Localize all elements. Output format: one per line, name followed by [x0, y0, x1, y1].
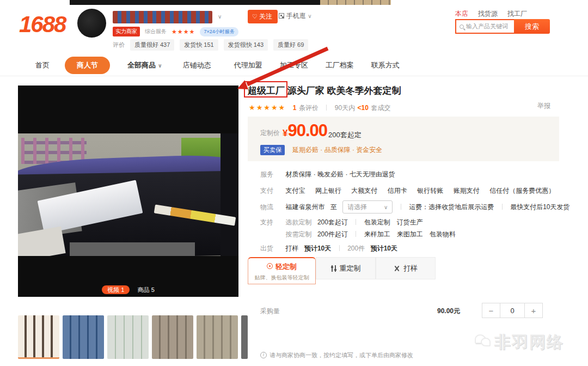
review-row: ★★★★★ 1 条评价 90天内 <10 套成交 [249, 102, 390, 113]
support-moq: 200套起订 [317, 218, 348, 226]
search-icon [460, 25, 464, 29]
scope-find-factory-link[interactable]: 找工厂 [507, 9, 527, 19]
sample-eta: 预计10天 [304, 245, 331, 252]
moq-label: 200套起定 [328, 130, 362, 140]
nav-chevron-down-icon: ∨ [158, 63, 162, 69]
support-options: 包装定制 订货生产 [364, 218, 423, 226]
sample-label: 打样 [285, 245, 298, 252]
unit-price: 90.00元 [411, 307, 460, 316]
tab-light-custom[interactable]: 轻定制 贴牌、换包装等轻定制 [248, 257, 316, 284]
thumbnail[interactable] [107, 315, 149, 359]
product-main-image[interactable]: 视频 1 商品 5 [18, 86, 238, 297]
price-label: 定制价 [260, 129, 280, 138]
video-count-badge[interactable]: 视频 1 [102, 285, 130, 294]
delivery-row: 出货 打样 预计10天 200件 预计10天 [260, 243, 397, 253]
thumbnail-strip [18, 315, 247, 360]
annotation-arrow [235, 46, 333, 94]
note-row: 请与商家协商一致，按约定填写，或下单后由商家修改 [260, 350, 413, 359]
destination-select[interactable]: 请选择∨ [342, 200, 393, 213]
ratings-label: 评价 [113, 41, 125, 49]
deal-suffix: 套成交 [371, 104, 390, 112]
site-logo[interactable]: 1688 [19, 11, 65, 38]
service-row: 服务 材质保障 · 晚发必赔 · 七天无理由退货 [260, 169, 395, 179]
guarantee-text[interactable]: 延期必赔 · 品质保障 · 资金安全 [292, 145, 382, 155]
scope-this-shop-link[interactable]: 本店 [455, 9, 468, 19]
qty-minus-button[interactable]: − [482, 303, 500, 318]
rating-pill[interactable]: 发货快151 [180, 39, 218, 51]
store-badges-row: 实力商家 综合服务 ★★★★ 7×24小时服务 [113, 27, 238, 36]
search-button[interactable]: 搜索 [514, 19, 550, 34]
purchase-row: 采购量 90.00元 − 0 + [248, 303, 559, 319]
trade-assurance-badge[interactable]: 买卖保 [260, 145, 285, 155]
payment-method: 大额支付 [351, 187, 377, 194]
item-count-badge[interactable]: 商品 5 [138, 286, 155, 293]
qty-value[interactable]: 0 [500, 303, 524, 318]
support-type: 选款定制 [285, 218, 311, 226]
select-chevron-down-icon: ∨ [384, 204, 388, 210]
ship-from: 福建省泉州市 [285, 203, 324, 211]
search-input[interactable]: 输入产品关键词 [455, 19, 514, 34]
price-value: ¥90.00 [283, 121, 327, 141]
mobile-browse-link[interactable]: 手机逛 ∨ [279, 11, 312, 21]
payment-method: 信用卡 [388, 187, 407, 194]
payment-method: 银行转账 [417, 187, 443, 194]
info-icon [260, 352, 267, 358]
search-placeholder: 输入产品关键词 [466, 22, 508, 30]
follow-button[interactable]: 关注 [248, 10, 278, 23]
review-suffix[interactable]: 条评价 [299, 104, 318, 112]
thumbnail[interactable] [197, 315, 238, 359]
payment-row: 支付 支付宝 网上银行 大额支付 信用卡 银行转账 账期支付 信任付（服务费优惠… [260, 185, 562, 196]
search-scope-links: 本店 找货源 找工厂 [455, 9, 527, 19]
qr-code-icon [279, 13, 284, 19]
note-text: 请与商家协商一致，按约定填写，或下单后由商家修改 [270, 352, 413, 358]
tab-subtitle: 贴牌、换包装等轻定制 [248, 274, 315, 282]
scope-find-source-link[interactable]: 找货源 [478, 9, 498, 19]
bulk-eta: 预计10天 [371, 245, 397, 252]
divider [339, 245, 340, 251]
search-bar: 输入产品关键词 搜索 [455, 19, 550, 34]
divider [326, 105, 327, 111]
scissors-icon [394, 265, 400, 272]
photo-detail [220, 133, 238, 256]
gallery-badges: 视频 1 商品 5 [18, 284, 238, 294]
tab-heavy-custom[interactable]: 重定制 [316, 257, 376, 279]
watermark: 非羽网络 [475, 331, 564, 353]
thumbnail[interactable] [18, 315, 59, 359]
store-name-chevron-down-icon[interactable]: ∨ [218, 14, 222, 20]
deal-window: 90天内 [335, 104, 355, 112]
nav-shop-updates[interactable]: 店铺动态 [183, 60, 211, 70]
rating-pill[interactable]: 质量很好437 [130, 39, 174, 51]
thumbnail[interactable] [152, 315, 193, 359]
report-link[interactable]: 举报 [537, 101, 550, 111]
service-hours-badge: 7×24小时服务 [200, 27, 238, 36]
mobile-chevron-down-icon: ∨ [308, 13, 311, 19]
page: 1688 ∨ 实力商家 综合服务 ★★★★ 7×24小时服务 评价 质量很好43… [0, 0, 588, 366]
sliders-icon [331, 265, 336, 272]
payment-method: 信任付（服务费优惠） [489, 187, 555, 194]
store-avatar[interactable] [77, 9, 106, 38]
chat-bubbles-icon [475, 334, 491, 347]
nav-contact[interactable]: 联系方式 [371, 60, 400, 70]
dispatch-text: 最快支付后10天发货 [510, 203, 569, 211]
nav-merchant-festival[interactable]: 商人节 [65, 57, 110, 74]
nav-home[interactable]: 首页 [35, 60, 50, 70]
thumbnail[interactable] [241, 315, 248, 359]
payment-method: 支付宝 [285, 187, 305, 194]
store-name-censored [113, 11, 212, 23]
nav-all-products[interactable]: 全部商品 ∨ [127, 60, 162, 70]
support-options: 来样加工 来图加工 包装物料 [364, 230, 456, 238]
price-panel: 定制价 ¥90.00 200套起定 买卖保 延期必赔 · 品质保障 · 资金安全 [248, 117, 559, 161]
store-star-rating: ★★★★ [171, 28, 195, 35]
logistics-row: 物流 福建省泉州市 至 请选择∨ 运费：选择收货地后展示运费 最快支付后10天发… [260, 200, 570, 213]
photo-censored-strip [70, 242, 195, 256]
thumbnail[interactable] [63, 315, 104, 359]
service-text: 材质保障 · 晚发必赔 · 七天无理由退货 [285, 170, 395, 178]
review-count[interactable]: 1 [293, 104, 297, 112]
light-custom-icon [267, 263, 273, 269]
ship-to-label: 至 [330, 203, 337, 211]
support-type: 按需定制 [285, 230, 311, 238]
support-moq: 200件起订 [317, 230, 348, 238]
divider [502, 204, 503, 210]
qty-plus-button[interactable]: + [524, 303, 543, 318]
tab-sampling[interactable]: 打样 [376, 257, 436, 279]
